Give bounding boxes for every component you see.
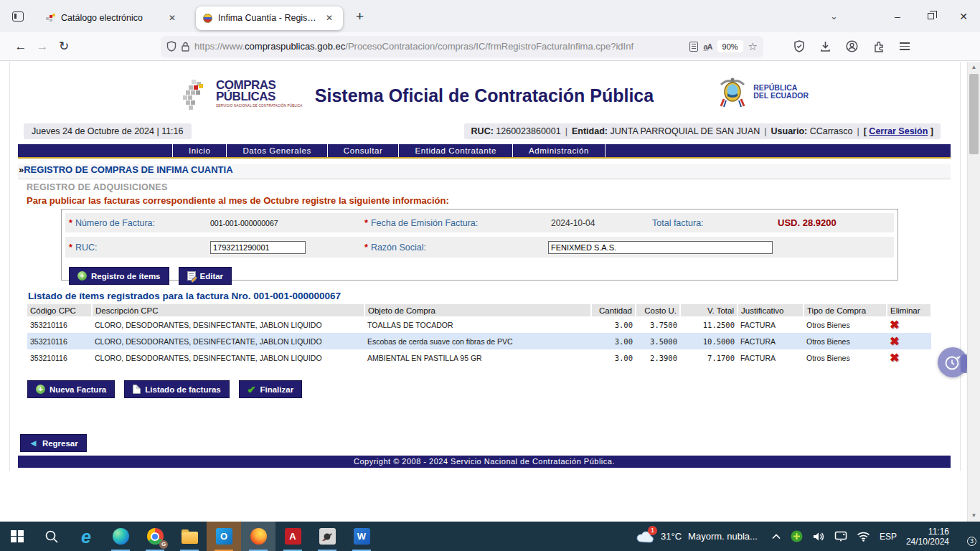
nav-item-datos-generales[interactable]: Datos Generales — [226, 144, 326, 157]
invoice-list-button[interactable]: Listado de facturas — [124, 380, 229, 398]
tray-language-indicator[interactable]: ESP — [880, 532, 897, 542]
back-page-button[interactable]: ◄Regresar — [20, 434, 87, 452]
new-invoice-button[interactable]: +Nueva Factura — [27, 380, 115, 398]
scrollbar-thumb[interactable] — [969, 74, 979, 154]
taskbar-file-explorer[interactable] — [172, 522, 207, 551]
logout-link[interactable]: Cerrar Sesión — [869, 126, 928, 136]
window-controls: ⌄ – ✕ — [830, 0, 980, 32]
delete-item-icon[interactable]: ✖ — [890, 353, 899, 363]
col-codigo-cpc: Código CPC — [27, 304, 92, 316]
total-label: Total factura: — [652, 218, 778, 228]
tray-display-icon[interactable] — [834, 531, 847, 542]
razon-social-input[interactable] — [548, 241, 773, 254]
taskbar-java-app[interactable] — [310, 522, 344, 551]
account-icon[interactable] — [846, 40, 858, 52]
tab-close-icon[interactable]: ✕ — [323, 11, 336, 24]
firefox-view-icon[interactable] — [7, 6, 29, 27]
internet-explorer-icon: e — [81, 529, 91, 545]
col-eliminar: Eliminar — [887, 304, 931, 316]
weather-temp: 31°C — [661, 531, 682, 542]
tab-infima-cuantia[interactable]: Infima Cuantía - Registro ✕ — [196, 6, 343, 30]
invoice-form-row2: *RUC: *Razón Social: — [65, 237, 894, 258]
browser-toolbar: ← → ↻ https://www.compraspublicas.gob.ec… — [0, 32, 980, 61]
taskbar-chrome[interactable]: G — [138, 522, 172, 551]
extensions-icon[interactable] — [873, 41, 885, 52]
cell-codigo: 353210116 — [27, 316, 92, 333]
translate-icon[interactable]: a̲A — [703, 42, 712, 51]
delete-item-icon[interactable]: ✖ — [890, 320, 899, 330]
ruc-label: RUC: — [471, 126, 494, 136]
user-value: CCarrasco — [810, 126, 853, 136]
nav-item-inicio[interactable]: Inicio — [172, 144, 226, 157]
taskbar-firefox[interactable] — [241, 522, 275, 551]
reload-button[interactable]: ↻ — [53, 36, 75, 57]
scroll-up-icon[interactable]: ▲ — [968, 62, 980, 73]
taskbar-edge[interactable] — [103, 522, 138, 551]
new-tab-button[interactable]: + — [352, 9, 368, 24]
minimize-button[interactable]: – — [881, 0, 914, 32]
finish-button[interactable]: ✔Finalizar — [239, 380, 302, 398]
zoom-level-badge[interactable]: 90% — [717, 40, 743, 52]
page-footer: Copyright © 2008 - 2024 Servicio Naciona… — [18, 456, 951, 468]
col-justificativo: Justificativo — [738, 304, 804, 316]
back-arrow-icon: ◄ — [29, 438, 38, 448]
url-text: https://www.compraspublicas.gob.ec/Proce… — [194, 41, 633, 52]
invoice-number-value: 001-001-000000067 — [210, 219, 364, 227]
ruc-input[interactable] — [210, 241, 306, 254]
lock-icon[interactable] — [182, 42, 189, 52]
menu-hamburger-icon[interactable] — [900, 42, 910, 50]
restore-button[interactable] — [914, 0, 947, 32]
razon-social-label: *Razón Social: — [364, 242, 551, 253]
tray-antivirus-icon[interactable] — [791, 530, 803, 542]
cell-cantidad: 3.00 — [591, 333, 636, 349]
back-button[interactable]: ← — [10, 36, 32, 57]
downloads-icon[interactable] — [820, 41, 831, 52]
tab-catalogo[interactable]: Catálogo electrónico ✕ — [39, 6, 186, 30]
ecuador-favicon-icon — [203, 14, 212, 23]
taskbar-outlook[interactable]: O — [207, 522, 241, 551]
tray-clock[interactable]: 11:16 24/10/2024 — [906, 527, 949, 547]
page-scrollbar[interactable]: ▲ ▼ — [967, 62, 980, 522]
cell-total: 11.2500 — [680, 316, 738, 333]
breadcrumb: »REGISTRO DE COMPRAS DE INFIMA CUANTIA — [18, 164, 951, 179]
session-info-box: RUC: 1260023860001|Entidad: JUNTA PARROQ… — [464, 123, 941, 139]
nav-item-consultar[interactable]: Consultar — [327, 144, 399, 157]
edge-icon — [113, 528, 129, 545]
taskbar-internet-explorer[interactable]: e — [69, 522, 103, 551]
tab-close-icon[interactable]: ✕ — [166, 11, 179, 24]
col-v-total: V. Total — [680, 304, 738, 316]
taskbar-search-button[interactable] — [34, 522, 69, 551]
notification-count-badge: 3 — [967, 537, 976, 546]
tab-title: Infima Cuantía - Registro — [218, 13, 317, 23]
entity-value: JUNTA PARROQUIAL DE SAN JUAN — [610, 126, 760, 136]
register-items-button[interactable]: +Registro de ítems — [69, 267, 169, 285]
url-bar[interactable]: https://www.compraspublicas.gob.ec/Proce… — [161, 36, 763, 57]
reader-view-icon[interactable] — [689, 42, 698, 52]
web-page: COMPRAS PÚBLICAS SERVICIO NACIONAL DE CO… — [0, 62, 967, 522]
shield-check-icon[interactable] — [793, 40, 805, 52]
close-button[interactable]: ✕ — [947, 0, 980, 32]
time-tracker-overlay-widget[interactable] — [938, 347, 971, 380]
taskbar-word[interactable]: W — [344, 522, 379, 551]
notification-center-icon[interactable]: 3 — [958, 530, 974, 543]
cell-tipo: Otros Bienes — [804, 333, 887, 349]
nav-item-administracion[interactable]: Administración — [512, 144, 606, 157]
taskbar-acrobat[interactable]: A — [275, 522, 310, 551]
start-button[interactable] — [0, 522, 34, 551]
taskbar-weather-widget[interactable]: 1 31°C Mayorm. nubla... — [631, 529, 762, 544]
forward-button[interactable]: → — [32, 36, 53, 57]
cell-descripcion: CLORO, DESODORANTES, DESINFECTANTE, JABL… — [92, 349, 364, 366]
list-tabs-chevron-icon[interactable]: ⌄ — [830, 11, 838, 22]
tray-wifi-icon[interactable] — [857, 532, 870, 542]
bookmark-star-icon[interactable]: ☆ — [748, 40, 758, 53]
delete-item-icon[interactable]: ✖ — [890, 336, 899, 347]
entity-label: Entidad: — [572, 126, 608, 136]
scroll-down-icon[interactable]: ▼ — [968, 510, 980, 522]
invoice-form-row1: *Número de Factura: 001-001-000000067 *F… — [65, 213, 894, 232]
tray-volume-icon[interactable] — [812, 531, 825, 542]
edit-button[interactable]: Editar — [179, 267, 232, 285]
tray-chevron-up-icon[interactable] — [771, 533, 781, 540]
tracking-shield-icon[interactable] — [166, 41, 176, 52]
nav-item-entidad-contratante[interactable]: Entidad Contratante — [398, 144, 512, 157]
section-subtitle: REGISTRO DE ADQUISICIONES — [27, 182, 168, 192]
